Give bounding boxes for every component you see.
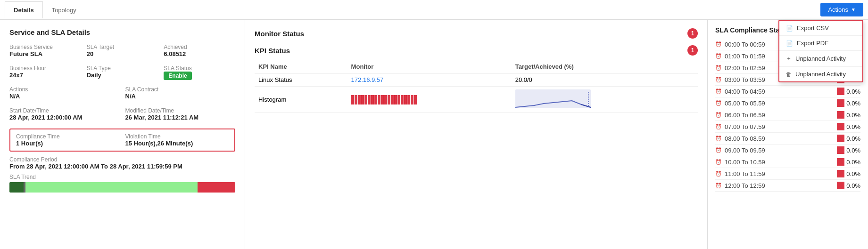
actions-field-value: N/A xyxy=(9,93,120,100)
sla-time-label: ⏰ 01:00 To 01:59 xyxy=(715,53,765,60)
sla-time-value: 11:00 To 11:59 xyxy=(725,170,765,177)
hist-bar-7 xyxy=(371,95,374,104)
sla-time-value: 05.00 To 05.59 xyxy=(725,100,765,107)
sla-red-indicator xyxy=(837,99,844,107)
sla-red-indicator xyxy=(837,158,844,166)
sla-target-label: SLA Target xyxy=(87,44,158,50)
export-pdf-item[interactable]: 📄 Export PDF xyxy=(779,36,862,51)
sla-time-label: ⏰ 11:00 To 11:59 xyxy=(715,170,765,177)
trend-dark-green xyxy=(9,182,24,193)
sla-time-label: ⏰ 03:00 To 03:59 xyxy=(715,76,765,83)
sla-time-value: 06.00 To 06.59 xyxy=(725,112,765,119)
svg-rect-0 xyxy=(515,89,591,108)
sla-time-label: ⏰ 04:00 To 04:59 xyxy=(715,88,765,95)
sla-type-label: SLA Type xyxy=(87,65,158,72)
sla-pct-value: 0.0% xyxy=(846,88,860,95)
sla-red-indicator xyxy=(837,88,844,95)
clock-icon: ⏰ xyxy=(715,171,722,177)
modified-datetime-label: Modified Date/Time xyxy=(125,107,236,114)
monitor-link[interactable]: 172.16.9.57 xyxy=(351,76,384,83)
clock-icon: ⏰ xyxy=(715,88,722,95)
sla-time-value: 04:00 To 04:59 xyxy=(725,88,765,95)
compliance-period-value: From 28 Apr, 2021 12:00:00 AM To 28 Apr,… xyxy=(9,163,235,170)
sla-contract-value: N/A xyxy=(125,93,236,100)
sla-pct-value: 0.0% xyxy=(846,112,860,119)
sla-time-value: 02:00 To 02:59 xyxy=(725,64,765,72)
trend-light-green xyxy=(25,182,198,193)
sla-red-indicator xyxy=(837,135,844,142)
kpi-col-name: KPI Name xyxy=(255,60,347,73)
actions-label: Actions xyxy=(828,6,848,13)
kpi-table: KPI Name Monitor Target/Achieved (%) Lin… xyxy=(255,60,698,113)
compliance-time-value: 1 Hour(s) xyxy=(16,140,120,147)
sla-time-value: 12:00 To 12:59 xyxy=(725,182,765,189)
tab-details[interactable]: Details xyxy=(5,1,43,18)
actions-button[interactable]: Actions ▼ xyxy=(820,3,863,16)
achieved-field: Achieved 6.08512 xyxy=(164,44,235,60)
clock-icon: ⏰ xyxy=(715,65,722,71)
sla-pct-cell: 0.0% xyxy=(837,146,860,154)
sla-status-field: SLA Status Enable xyxy=(164,65,235,81)
hist-bar-16 xyxy=(401,95,404,104)
export-csv-icon: 📄 xyxy=(786,25,793,32)
sla-time-label: ⏰ 05.00 To 05.59 xyxy=(715,100,765,107)
kpi-status-title: KPI Status xyxy=(255,47,290,55)
clock-icon: ⏰ xyxy=(715,41,722,48)
sla-row: ⏰ 09.00 To 09.59 0.0% xyxy=(715,145,860,156)
sla-time-label: ⏰ 08.00 To 08.59 xyxy=(715,135,765,142)
hist-bar-18 xyxy=(407,95,410,104)
sla-target-field: SLA Target 20 xyxy=(87,44,158,60)
sla-pct-value: 0.0% xyxy=(846,182,860,189)
export-pdf-label: Export PDF xyxy=(797,40,828,47)
sla-time-value: 08.00 To 08.59 xyxy=(725,135,765,142)
kpi-monitor-linux: 172.16.9.57 xyxy=(347,73,512,87)
kpi-col-target: Target/Achieved (%) xyxy=(512,60,698,73)
sla-type-field: SLA Type Daily xyxy=(87,65,158,81)
business-hour-field: Business Hour 24x7 xyxy=(9,65,81,81)
sla-pct-value: 0.0% xyxy=(846,123,860,130)
sla-fields-mid: Business Hour 24x7 SLA Type Daily SLA St… xyxy=(9,65,235,81)
sla-row: ⏰ 11:00 To 11:59 0.0% xyxy=(715,168,860,180)
tab-topology[interactable]: Topology xyxy=(43,1,85,18)
hist-bar-9 xyxy=(378,95,380,104)
sla-pct-cell: 0.0% xyxy=(837,123,860,130)
monitor-status-header: Monitor Status 1 xyxy=(255,28,698,39)
sla-status-label: SLA Status xyxy=(164,65,235,72)
sla-row: ⏰ 07.00 To 07.59 0.0% xyxy=(715,121,860,133)
hist-bar-15 xyxy=(397,95,400,104)
start-datetime-field: Start Date/Time 28 Apr, 2021 12:00:00 AM xyxy=(9,107,120,124)
sla-time-label: ⏰ 02:00 To 02:59 xyxy=(715,64,765,72)
sla-status-badge: Enable xyxy=(164,72,191,80)
sla-row: ⏰ 08.00 To 08.59 0.0% xyxy=(715,133,860,145)
sla-pct-cell: 0.0% xyxy=(837,182,860,189)
sla-red-indicator xyxy=(837,146,844,154)
sla-red-indicator xyxy=(837,123,844,130)
modified-datetime-field: Modified Date/Time 26 Mar, 2021 11:12:21… xyxy=(125,107,236,124)
content-area: Service and SLA Details Business Service… xyxy=(0,20,868,249)
hist-bar-8 xyxy=(374,95,377,104)
kpi-col-monitor: Monitor xyxy=(347,60,512,73)
clock-icon: ⏰ xyxy=(715,159,722,165)
trend-red xyxy=(198,182,235,193)
add-unplanned-item[interactable]: ＋ Unplanned Activity xyxy=(779,51,862,67)
export-csv-item[interactable]: 📄 Export CSV xyxy=(779,21,862,36)
sla-contract-field: SLA Contract N/A xyxy=(125,86,236,103)
sla-row: ⏰ 04:00 To 04:59 0.0% xyxy=(715,86,860,97)
business-service-label: Business Service xyxy=(9,44,81,50)
hist-bar-4 xyxy=(361,95,364,104)
sla-fields-actions: Actions N/A SLA Contract N/A xyxy=(9,86,235,103)
export-csv-label: Export CSV xyxy=(797,24,829,32)
kpi-status-badge: 1 xyxy=(687,45,698,56)
sla-trend-label: SLA Trend xyxy=(9,174,235,180)
hist-bar-17 xyxy=(404,95,407,104)
hist-bar-13 xyxy=(391,95,394,104)
sla-details-title: Service and SLA Details xyxy=(9,28,235,36)
hist-bar-19 xyxy=(411,95,413,104)
kpi-row-histogram: Histogram xyxy=(255,87,698,113)
monitor-status-badge: 1 xyxy=(687,28,698,39)
violation-time-label: Violation Time xyxy=(125,133,229,140)
delete-unplanned-item[interactable]: 🗑 Unplanned Activity xyxy=(779,67,862,81)
add-unplanned-label: Unplanned Activity xyxy=(795,55,846,62)
sla-pct-cell: 0.0% xyxy=(837,111,860,119)
sla-pct-cell: 0.0% xyxy=(837,88,860,95)
